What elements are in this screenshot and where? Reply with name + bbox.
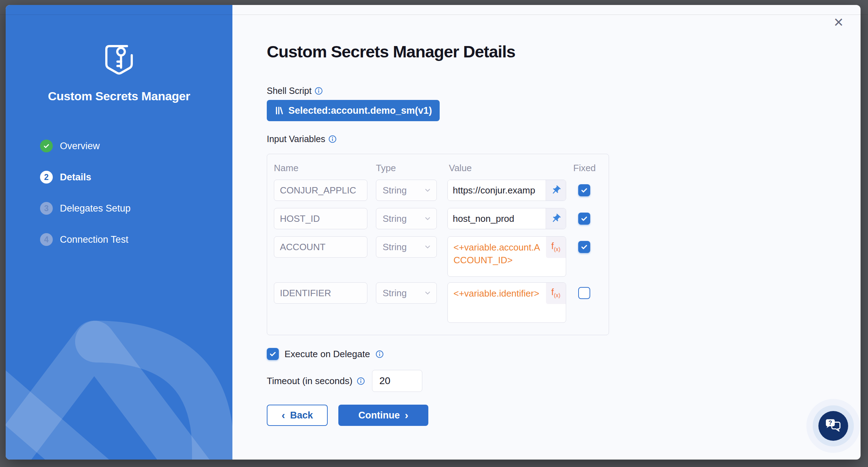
type-select-value: String [383,213,407,224]
column-header-fixed: Fixed [573,163,596,174]
step-complete-check-icon [40,140,53,152]
execute-on-delegate-row: Execute on Delegate [267,348,384,360]
wizard-sidebar: Custom Secrets Manager Overview 2 Detail… [6,5,232,460]
info-icon[interactable] [328,135,337,143]
info-icon[interactable] [376,350,384,358]
step-label: Overview [60,141,100,152]
chevron-down-icon [424,289,432,297]
wizard-nav-buttons: ‹ Back Continue › [267,405,428,426]
close-icon[interactable]: × [829,13,848,31]
column-header-type: Type [376,163,396,174]
type-select-value: String [383,242,407,253]
chat-question-icon: ? [825,418,841,433]
step-delegates-setup[interactable]: 3 Delegates Setup [40,201,131,216]
expression-text: <+variable.identifier> [453,288,539,299]
chevron-right-icon: › [405,410,408,421]
continue-button-label: Continue [359,410,400,421]
secrets-manager-shield-key-icon [99,39,139,81]
back-button-label: Back [290,410,313,421]
svg-text:?: ? [829,420,832,426]
step-label: Connection Test [60,234,128,245]
column-header-name: Name [274,163,298,174]
fixed-checkbox[interactable] [578,184,590,196]
selected-script-label: Selected:account.demo_sm(v1) [288,105,432,116]
fixed-checkbox[interactable] [578,241,590,253]
fixed-checkbox[interactable] [578,213,590,225]
shell-script-label-row: Shell Script [267,86,323,96]
continue-button[interactable]: Continue › [338,405,428,426]
step-number-badge: 3 [40,202,53,215]
variable-name-input[interactable] [274,236,367,258]
expression-text: <+variable.account.ACCOUNT_ID> [453,242,540,265]
step-label: Delegates Setup [60,203,131,214]
variable-value-input[interactable] [448,180,546,201]
variable-expression-value[interactable]: f(x)<+variable.account.ACCOUNT_ID> [447,236,566,277]
variable-value-group [447,180,566,201]
timeout-label: Timeout (in seconds) [267,376,353,387]
pin-fixed-value-icon[interactable] [546,208,566,229]
type-select-value: String [383,288,407,299]
input-variables-table: Name Type Value Fixed String [267,154,609,335]
execute-on-delegate-checkbox[interactable] [267,348,279,360]
variable-name-input[interactable] [274,282,367,304]
step-connection-test[interactable]: 4 Connection Test [40,232,131,247]
input-variables-label-row: Input Variables [267,134,337,144]
step-details[interactable]: 2 Details [40,169,131,185]
execute-on-delegate-label: Execute on Delegate [284,349,370,360]
help-chat-button[interactable]: ? [818,411,848,441]
variable-type-select[interactable]: String [376,282,437,304]
variable-expression-value[interactable]: f(x)<+variable.identifier> [447,282,566,323]
step-number-badge: 4 [40,233,53,246]
step-number-badge: 2 [40,171,53,184]
variable-type-select[interactable]: String [376,236,437,258]
fx-expression-icon[interactable]: f(x) [546,237,566,258]
column-header-value: Value [449,163,472,174]
step-overview[interactable]: Overview [40,138,131,154]
info-icon[interactable] [357,377,365,385]
shell-script-label: Shell Script [267,86,311,96]
chevron-down-icon [424,186,432,194]
page-title: Custom Secrets Manager Details [267,42,515,61]
chevron-down-icon [424,243,432,251]
variable-value-input[interactable] [448,208,546,229]
variable-value-group [447,208,566,229]
table-row: String [274,180,609,201]
wizard-steps: Overview 2 Details 3 Delegates Setup 4 C… [40,138,131,263]
fx-expression-icon[interactable]: f(x) [546,283,566,304]
info-icon[interactable] [315,87,323,95]
table-row: String f(x)<+variable.account.ACCOUNT_ID… [274,236,609,258]
type-select-value: String [383,185,407,196]
chevron-left-icon: ‹ [282,410,285,421]
pin-fixed-value-icon[interactable] [546,180,566,201]
fixed-checkbox[interactable] [578,287,590,299]
step-label: Details [60,172,91,183]
custom-secrets-manager-wizard-modal: Custom Secrets Manager Overview 2 Detail… [6,5,861,460]
variable-name-input[interactable] [274,208,367,229]
script-library-icon [275,106,284,115]
variable-type-select[interactable]: String [376,208,437,229]
table-row: String f(x)<+variable.identifier> [274,282,609,304]
chevron-down-icon [424,215,432,223]
back-button[interactable]: ‹ Back [267,405,328,426]
variable-type-select[interactable]: String [376,180,437,201]
shell-script-selected-button[interactable]: Selected:account.demo_sm(v1) [267,100,440,121]
variable-name-input[interactable] [274,180,367,201]
timeout-input[interactable] [372,370,422,392]
table-row: String [274,208,609,229]
timeout-row: Timeout (in seconds) [267,370,422,392]
sidebar-title: Custom Secrets Manager [6,89,232,103]
input-variables-label: Input Variables [267,134,325,144]
page-backdrop: Custom Secrets Manager Overview 2 Detail… [0,0,868,467]
